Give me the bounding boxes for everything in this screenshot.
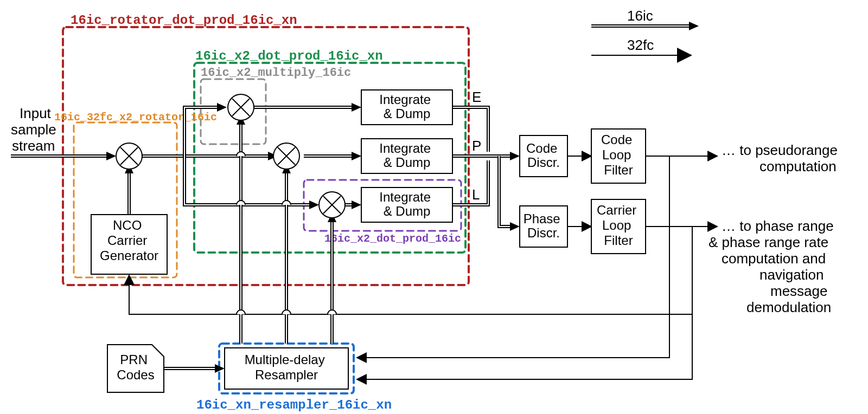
svg-text:Integrate
      & Dump: Integrate & Dump [379,190,434,218]
wire-resampler-to-e [237,115,245,344]
wire-e-to-idump [254,103,361,112]
block-resampler: Multiple-delay Resampler [225,348,348,389]
svg-text:Integrate
      & Dump: Integrate & Dump [379,141,434,170]
block-idump-e: Integrate & Dump [361,90,452,125]
block-code-discr: Code Discr. [520,135,567,177]
tap-l: L [472,186,480,203]
tracking-block-diagram: 16ic_rotator_dot_prod_16ic_xn 16ic_x2_do… [0,0,868,414]
wire-p-to-idump [304,152,361,160]
wire-bus-after-mixer [142,152,278,160]
block-prn-codes: PRN Codes [107,345,164,392]
label-purple: 16ic_x2_dot_prod_16ic [324,232,461,245]
wire-epl-out [452,107,520,231]
svg-text:PRN
      Codes: PRN Codes [117,352,154,382]
svg-text:16ic: 16ic [627,8,653,24]
svg-text:Code
      Loop
      Filter: Code Loop Filter [601,132,636,177]
block-code-filter: Code Loop Filter [591,129,646,183]
label-blue: 16ic_xn_resampler_16ic_xn [196,398,392,412]
wire-prn-to-resampler [164,364,225,373]
svg-text:32fc: 32fc [627,37,654,53]
wire-l-to-idump [345,200,361,209]
label-green: 16ic_x2_dot_prod_16ic_xn [195,49,383,63]
wire-branch-l [184,156,319,209]
legend: 16ic 32fc [591,8,699,55]
input-label: Input sample stream [11,105,60,154]
svg-text:Integrate
      & Dump: Integrate & Dump [379,92,434,121]
svg-text:Code
      Discr.: Code Discr. [526,141,561,170]
block-carrier-filter: Carrier Loop Filter [591,199,646,254]
mixer-p [273,143,299,169]
output-b: … to phase range & phase range rate comp… [709,218,838,315]
mixer-carrier [116,143,142,169]
block-idump-p: Integrate & Dump [361,139,452,173]
svg-text:Multiple-delay
      Resampler: Multiple-delay Resampler [245,352,329,382]
wire-code-out [358,156,716,358]
block-phase-discr: Phase Discr. [520,206,567,247]
block-idump-l: Integrate & Dump [361,187,452,222]
tap-p: P [472,138,481,154]
tap-e: E [472,89,481,105]
mixer-e [228,94,254,120]
label-gray: 16ic_x2_multiply_16ic [201,66,351,80]
label-outer-red: 16ic_rotator_dot_prod_16ic_xn [71,13,297,28]
svg-text:Phase
      Discr.: Phase Discr. [524,211,564,240]
block-nco: NCO Carrier Generator [91,215,167,274]
mixer-l [319,192,345,218]
wire-nco-to-mixer [125,164,133,215]
label-orange: 16ic_32fc_x2_rotator_16ic [54,111,217,124]
output-a: … to pseudorange computation [722,142,841,174]
